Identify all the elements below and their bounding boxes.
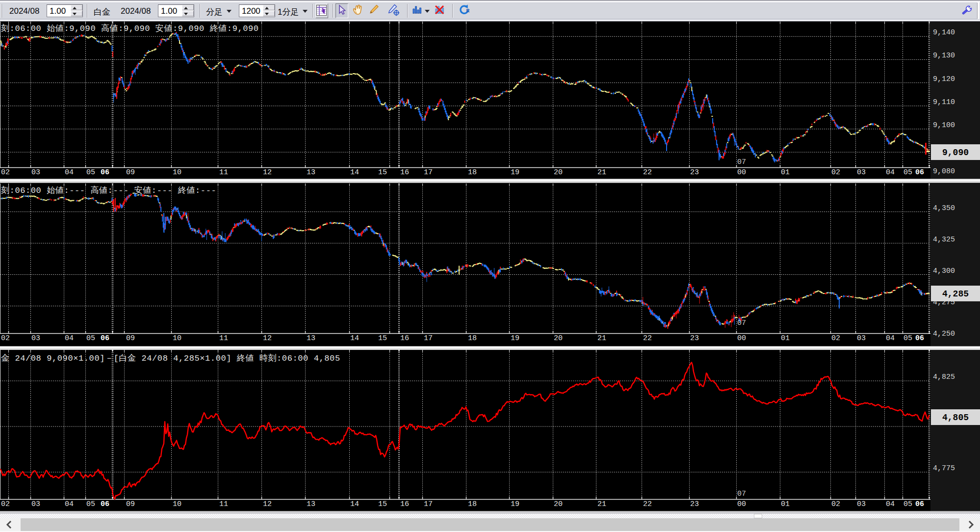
svg-text:23: 23 <box>690 500 699 508</box>
svg-text:22: 22 <box>643 334 652 343</box>
svg-text:9,140: 9,140 <box>933 28 955 37</box>
svg-text:13: 13 <box>307 334 315 343</box>
svg-text:07: 07 <box>737 319 746 327</box>
svg-text:19: 19 <box>511 168 519 177</box>
svg-text:09: 09 <box>126 500 135 508</box>
svg-text:4,775: 4,775 <box>933 464 955 473</box>
svg-text:4,805: 4,805 <box>942 413 969 423</box>
svg-text:05: 05 <box>86 334 95 343</box>
svg-text:9,090: 9,090 <box>942 148 969 158</box>
svg-text:14: 14 <box>350 168 359 177</box>
svg-text:20: 20 <box>554 500 563 508</box>
svg-text:02: 02 <box>831 500 840 508</box>
svg-text:13: 13 <box>307 168 315 177</box>
svg-text:15: 15 <box>378 168 387 177</box>
svg-text:20: 20 <box>554 168 563 177</box>
svg-text:09: 09 <box>126 334 135 343</box>
svg-text:11: 11 <box>219 168 228 177</box>
svg-text:15: 15 <box>378 500 387 508</box>
svg-text:17: 17 <box>424 168 433 177</box>
svg-text:17: 17 <box>424 500 433 508</box>
svg-text:16: 16 <box>400 334 409 343</box>
svg-text:03: 03 <box>31 168 40 177</box>
svg-text:4,285: 4,285 <box>942 289 969 299</box>
svg-text:01: 01 <box>781 334 790 343</box>
svg-text:R: R <box>466 8 470 14</box>
svg-text:04: 04 <box>886 500 895 508</box>
svg-text:12: 12 <box>263 334 272 343</box>
svg-text:06: 06 <box>915 500 924 508</box>
svg-text:05: 05 <box>86 500 95 508</box>
svg-text:9,100: 9,100 <box>933 121 955 130</box>
svg-text:9,110: 9,110 <box>933 98 955 106</box>
svg-text:16: 16 <box>400 500 409 508</box>
svg-text:02: 02 <box>1 500 10 508</box>
svg-text:02: 02 <box>831 334 840 343</box>
svg-text:14: 14 <box>350 500 359 508</box>
svg-text:4,325: 4,325 <box>933 236 955 244</box>
svg-text:刻:06:00 始値:--- 高値:--- 安値:---: 刻:06:00 始値:--- 高値:--- 安値:--- 終値:--- <box>1 186 216 195</box>
svg-text:02: 02 <box>1 168 10 177</box>
svg-text:刻:06:00 始値:9,090 高値:9,090 安値:9: 刻:06:00 始値:9,090 高値:9,090 安値:9,090 終値:9,… <box>1 24 259 33</box>
svg-text:07: 07 <box>737 158 746 166</box>
svg-text:05: 05 <box>903 168 912 177</box>
svg-text:03: 03 <box>857 500 866 508</box>
svg-text:9,130: 9,130 <box>933 52 955 60</box>
svg-text:03: 03 <box>857 168 866 177</box>
svg-text:4,300: 4,300 <box>933 267 955 275</box>
svg-text:19: 19 <box>511 500 519 508</box>
svg-text:22: 22 <box>643 168 652 177</box>
svg-text:05: 05 <box>903 500 912 508</box>
svg-text:04: 04 <box>65 500 74 508</box>
svg-text:19: 19 <box>511 334 519 343</box>
svg-text:10: 10 <box>173 500 181 508</box>
svg-text:00: 00 <box>737 168 746 177</box>
svg-text:01: 01 <box>781 500 790 508</box>
svg-text:9,080: 9,080 <box>933 167 955 176</box>
svg-text:12: 12 <box>263 168 272 177</box>
svg-text:12: 12 <box>263 500 272 508</box>
svg-text:10: 10 <box>173 168 181 177</box>
svg-text:16: 16 <box>400 168 409 177</box>
svg-text:10: 10 <box>173 334 181 343</box>
svg-text:03: 03 <box>857 334 866 343</box>
svg-text:03: 03 <box>31 500 40 508</box>
svg-text:11: 11 <box>219 334 228 343</box>
svg-text:00: 00 <box>737 500 746 508</box>
svg-text:05: 05 <box>903 334 912 343</box>
svg-text:06: 06 <box>915 334 924 343</box>
svg-text:02: 02 <box>831 168 840 177</box>
svg-text:14: 14 <box>350 334 359 343</box>
svg-text:09: 09 <box>126 168 135 177</box>
svg-text:23: 23 <box>690 168 699 177</box>
svg-text:07: 07 <box>737 490 746 498</box>
svg-text:21: 21 <box>597 334 606 343</box>
svg-text:04: 04 <box>886 334 895 343</box>
svg-text:06: 06 <box>915 168 924 177</box>
svg-text:20: 20 <box>554 334 563 343</box>
svg-text:22: 22 <box>643 500 652 508</box>
svg-text:05: 05 <box>86 168 95 177</box>
svg-text:金 24/08 9,090×1.00]－[白金 24/08: 金 24/08 9,090×1.00]－[白金 24/08 4,285×1.00… <box>1 353 340 363</box>
svg-text:21: 21 <box>597 168 606 177</box>
svg-text:4,825: 4,825 <box>933 373 955 381</box>
svg-text:04: 04 <box>886 168 895 177</box>
svg-text:11: 11 <box>219 500 228 508</box>
svg-text:23: 23 <box>690 334 699 343</box>
svg-text:03: 03 <box>31 334 40 343</box>
svg-text:04: 04 <box>65 168 74 177</box>
svg-text:06: 06 <box>101 168 109 177</box>
svg-text:06: 06 <box>101 334 109 343</box>
svg-text:00: 00 <box>737 334 746 343</box>
svg-text:04: 04 <box>65 334 74 343</box>
svg-text:4,350: 4,350 <box>933 204 955 213</box>
svg-text:18: 18 <box>468 500 477 508</box>
svg-text:02: 02 <box>1 334 10 343</box>
svg-text:18: 18 <box>468 334 477 343</box>
svg-text:21: 21 <box>597 500 606 508</box>
svg-text:15: 15 <box>378 334 387 343</box>
svg-text:13: 13 <box>307 500 315 508</box>
svg-text:06: 06 <box>101 500 109 508</box>
svg-text:18: 18 <box>468 168 477 177</box>
svg-text:17: 17 <box>424 334 433 343</box>
